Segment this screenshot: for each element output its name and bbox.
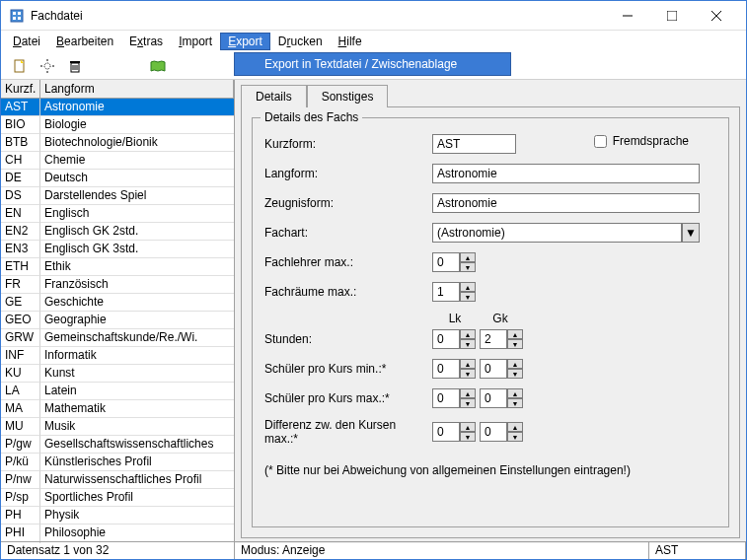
svg-rect-0 [11,10,23,22]
svg-point-10 [44,63,50,69]
zeugnisform-input[interactable] [432,193,700,213]
menu-import[interactable]: Import [171,33,220,50]
table-row[interactable]: CHChemie [1,152,234,170]
kurzform-label: Kurzform: [264,137,432,151]
svg-rect-3 [13,17,16,20]
detail-panel: Details Sonstiges Details des Fachs Kurz… [235,80,746,543]
menu-extras[interactable]: Extras [121,33,171,50]
schueler-min-lk[interactable]: ▲▼ [432,359,476,379]
footnote: (* Bitte nur bei Abweichung von allgemei… [264,463,716,477]
svg-rect-6 [667,11,677,21]
table-row[interactable]: ASTAstronomie [1,99,234,116]
new-icon[interactable] [9,55,31,77]
header-kurzf[interactable]: Kurzf. [1,80,40,98]
stunden-label: Stunden: [264,332,432,346]
table-row[interactable]: MUMusik [1,418,234,436]
table-row[interactable]: MAMathematik [1,400,234,418]
table-row[interactable]: P/küKünstlerisches Profil [1,454,234,471]
menu-bearbeiten[interactable]: Bearbeiten [48,33,121,50]
sun-icon[interactable] [37,55,58,77]
close-button[interactable] [694,2,738,30]
statusbar: Datensatz 1 von 32 Modus: Anzeige AST [1,541,746,559]
table-row[interactable]: BIOBiologie [1,116,234,134]
table-row[interactable]: DSDarstellendes Spiel [1,187,234,205]
fachlehrer-label: Fachlehrer max.: [264,255,432,269]
header-langform[interactable]: Langform [40,80,234,98]
table-row[interactable]: FRFranzösisch [1,276,234,294]
grid-header: Kurzf. Langform [1,80,234,99]
menubar: Datei Bearbeiten Extras Import Export Dr… [1,31,746,52]
fachraeume-label: Fachräume max.: [264,285,432,299]
table-row[interactable]: INFInformatik [1,347,234,365]
status-code: AST [649,542,746,559]
svg-rect-2 [18,12,21,15]
export-text-item[interactable]: Export in Textdatei / Zwischenablage [235,53,510,75]
spin-up[interactable]: ▲ [460,252,476,262]
table-row[interactable]: LALatein [1,383,234,400]
table-row[interactable]: ENEnglisch [1,205,234,223]
grid-panel: Kurzf. Langform ASTAstronomieBIOBiologie… [1,80,235,543]
fachart-dropdown-button[interactable]: ▼ [682,223,700,243]
menu-export[interactable]: Export [220,33,270,50]
maximize-button[interactable] [649,2,694,30]
fachart-label: Fachart: [264,226,432,240]
fachlehrer-spinner[interactable]: ▲▼ [432,252,476,272]
langform-input[interactable] [432,164,700,183]
status-record: Datensatz 1 von 32 [1,542,235,559]
differenz-label: Differenz zw. den Kursen max.:* [264,418,432,446]
kurzform-input[interactable] [432,134,516,154]
table-row[interactable]: GEOGeographie [1,312,234,329]
schueler-max-label: Schüler pro Kurs max.:* [264,391,432,405]
grid-body[interactable]: ASTAstronomieBIOBiologieBTBBiotechnologi… [1,99,234,543]
status-mode: Modus: Anzeige [235,542,649,559]
svg-rect-19 [70,61,80,63]
table-row[interactable]: PHPhysik [1,507,234,525]
delete-icon[interactable] [64,55,86,77]
schueler-min-gk[interactable]: ▲▼ [480,359,523,379]
book-icon[interactable] [147,55,169,77]
stunden-lk-spinner[interactable]: ▲▼ [432,329,476,349]
table-row[interactable]: ETHEthik [1,258,234,276]
tab-sonstiges[interactable]: Sonstiges [307,85,389,107]
differenz-gk[interactable]: ▲▼ [480,422,523,442]
app-icon [9,8,25,24]
table-row[interactable]: P/nwNaturwissenschaftliches Profil [1,471,234,489]
table-row[interactable]: KUKunst [1,365,234,383]
table-row[interactable]: P/gwGesellschaftswissenschaftliches [1,436,234,454]
svg-rect-1 [13,12,16,15]
table-row[interactable]: BTBBiotechnologie/Bionik [1,134,234,152]
tab-details[interactable]: Details [241,85,307,107]
gk-header: Gk [478,312,523,325]
table-row[interactable]: EN3Englisch GK 3std. [1,241,234,258]
fachraeume-spinner[interactable]: ▲▼ [432,282,476,302]
spin-down[interactable]: ▼ [460,262,476,272]
menu-hilfe[interactable]: Hilfe [331,33,370,50]
fremdsprache-label: Fremdsprache [613,134,689,148]
table-row[interactable]: P/spSportliches Profil [1,489,234,507]
schueler-max-gk[interactable]: ▲▼ [480,388,523,408]
zeugnisform-label: Zeugnisform: [264,196,432,210]
export-dropdown: Export in Textdatei / Zwischenablage [234,52,511,76]
window-title: Fachdatei [31,9,605,23]
titlebar: Fachdatei [1,1,746,31]
lk-header: Lk [432,312,478,325]
minimize-button[interactable] [605,2,649,30]
svg-rect-4 [18,17,21,20]
menu-drucken[interactable]: Drucken [270,33,331,50]
fieldset-title: Details des Fachs [261,110,362,124]
stunden-gk-spinner[interactable]: ▲▼ [480,329,523,349]
schueler-max-lk[interactable]: ▲▼ [432,388,476,408]
menu-datei[interactable]: Datei [5,33,48,50]
details-fieldset: Details des Fachs Kurzform: Fremdsprache… [252,117,729,527]
table-row[interactable]: EN2Englisch GK 2std. [1,223,234,241]
differenz-lk[interactable]: ▲▼ [432,422,476,442]
table-row[interactable]: GEGeschichte [1,294,234,312]
langform-label: Langform: [264,167,432,180]
fachart-select[interactable] [432,223,682,243]
table-row[interactable]: PHIPhilosophie [1,525,234,542]
schueler-min-label: Schüler pro Kurs min.:* [264,362,432,376]
fremdsprache-checkbox[interactable] [594,135,607,148]
table-row[interactable]: GRWGemeinschaftskunde/Re./Wi. [1,329,234,347]
table-row[interactable]: DEDeutsch [1,170,234,187]
